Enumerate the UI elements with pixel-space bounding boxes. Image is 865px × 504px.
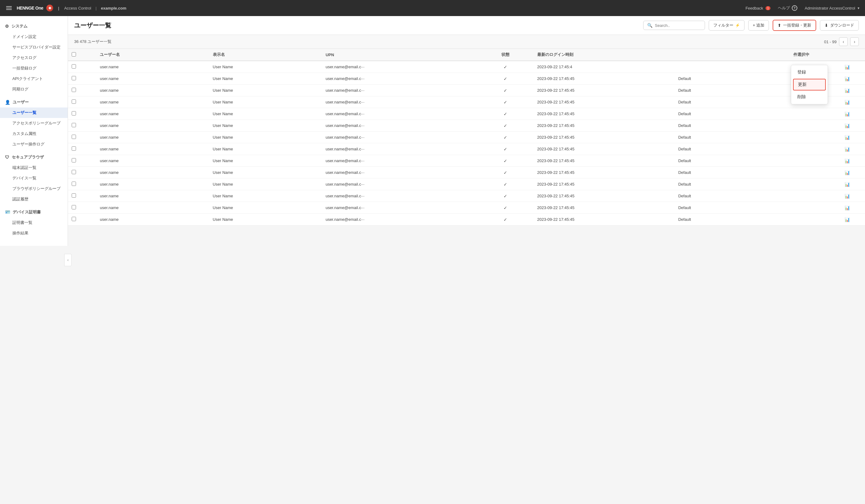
bar-chart-icon[interactable]: 📊: [845, 112, 850, 116]
row-check-12: [68, 202, 96, 214]
row-checkbox-2[interactable]: [72, 88, 76, 92]
row-checkbox-8[interactable]: [72, 158, 76, 162]
row-lastlogin-10: 2023-09-22 17:45:45: [533, 178, 675, 190]
th-displayname[interactable]: 表示名: [209, 49, 322, 61]
download-button[interactable]: ⬇ ダウンロード: [820, 20, 859, 31]
row-checkbox-10[interactable]: [72, 181, 76, 186]
pagination-next-button[interactable]: ›: [850, 37, 859, 46]
row-selected-7: [773, 143, 830, 155]
feedback-button[interactable]: Feedback 1: [746, 6, 771, 11]
row-checkbox-6[interactable]: [72, 134, 76, 139]
sidebar-item-browser-policy-group[interactable]: ブラウザポリシーグループ: [0, 184, 68, 194]
sidebar-collapse-button[interactable]: ‹: [64, 254, 72, 266]
th-username[interactable]: ユーザー名: [96, 49, 209, 61]
th-status[interactable]: 状態: [477, 49, 533, 61]
row-bar-icon-4[interactable]: 📊: [830, 108, 865, 120]
bar-chart-icon[interactable]: 📊: [845, 147, 850, 152]
sidebar-item-cert-list[interactable]: 証明書一覧: [0, 218, 68, 228]
row-checkbox-3[interactable]: [72, 99, 76, 104]
search-box[interactable]: 🔍: [643, 21, 705, 30]
bar-chart-icon[interactable]: 📊: [845, 135, 850, 140]
row-bar-icon-1[interactable]: 📊: [830, 73, 865, 85]
row-checkbox-5[interactable]: [72, 123, 76, 127]
row-bar-icon-12[interactable]: 📊: [830, 202, 865, 214]
filter-button[interactable]: フィルター ⚡: [709, 20, 745, 31]
bar-chart-icon[interactable]: 📊: [845, 217, 850, 222]
row-status-2: ✓: [477, 85, 533, 96]
row-bar-icon-3[interactable]: 📊: [830, 96, 865, 108]
select-all-checkbox[interactable]: [72, 52, 76, 57]
row-check-5: [68, 120, 96, 131]
row-selected-12: [773, 202, 830, 214]
bar-chart-icon[interactable]: 📊: [845, 65, 850, 70]
add-button[interactable]: + 追加: [748, 20, 769, 31]
sidebar-item-access-log[interactable]: アクセスログ: [0, 52, 68, 63]
sidebar-item-device-list[interactable]: デバイス一覧: [0, 173, 68, 184]
bar-chart-icon[interactable]: 📊: [845, 194, 850, 199]
dropdown-item-register[interactable]: 登録: [791, 67, 828, 78]
row-checkbox-1[interactable]: [72, 76, 76, 80]
row-checkbox-7[interactable]: [72, 146, 76, 151]
sidebar-item-service-provider[interactable]: サービスプロバイダー設定: [0, 42, 68, 52]
row-bar-icon-8[interactable]: 📊: [830, 155, 865, 167]
row-checkbox-9[interactable]: [72, 170, 76, 174]
row-bar-icon-9[interactable]: 📊: [830, 167, 865, 178]
sidebar-item-device-auth-list[interactable]: 端末認証一覧: [0, 162, 68, 173]
user-menu[interactable]: Administrator AccessControl ▼: [805, 6, 860, 11]
row-group-8: Default: [674, 155, 773, 167]
row-bar-icon-2[interactable]: 📊: [830, 85, 865, 96]
sidebar-item-access-policy-group[interactable]: アクセスポリシーグループ: [0, 118, 68, 128]
bar-chart-icon[interactable]: 📊: [845, 159, 850, 163]
row-bar-icon-13[interactable]: 📊: [830, 214, 865, 225]
sidebar-item-custom-attribute[interactable]: カスタム属性: [0, 128, 68, 139]
th-upn[interactable]: UPN: [322, 49, 477, 61]
sidebar-item-sync-log[interactable]: 同期ログ: [0, 84, 68, 94]
row-bar-icon-7[interactable]: 📊: [830, 143, 865, 155]
row-checkbox-12[interactable]: [72, 205, 76, 209]
bar-chart-icon[interactable]: 📊: [845, 100, 850, 105]
row-group-2: Default: [674, 85, 773, 96]
bar-chart-icon[interactable]: 📊: [845, 182, 850, 187]
row-checkbox-0[interactable]: [72, 64, 76, 69]
chevron-down-icon: ▼: [857, 7, 860, 10]
sidebar-item-domain-settings[interactable]: ドメイン設定: [0, 32, 68, 42]
sidebar-item-auth-history[interactable]: 認証履歴: [0, 194, 68, 204]
row-check-4: [68, 108, 96, 120]
sidebar-item-bulk-register-log[interactable]: 一括登録ログ: [0, 63, 68, 73]
bar-chart-icon[interactable]: 📊: [845, 76, 850, 81]
help-button[interactable]: ヘルプ ?: [778, 5, 797, 11]
th-lastlogin[interactable]: 最新のログイン時刻: [533, 49, 675, 61]
sidebar-item-operation-result[interactable]: 操作結果: [0, 228, 68, 238]
bulk-register-button[interactable]: ⬆ 一括登録・更新: [773, 20, 816, 31]
row-bar-icon-11[interactable]: 📊: [830, 190, 865, 202]
bar-chart-icon[interactable]: 📊: [845, 206, 850, 210]
bulk-register-label: 一括登録・更新: [783, 23, 811, 28]
pagination-prev-button[interactable]: ‹: [839, 37, 848, 46]
row-status-12: ✓: [477, 202, 533, 214]
sidebar-item-user-list[interactable]: ユーザー一覧: [0, 107, 68, 118]
dropdown-item-delete[interactable]: 削除: [791, 91, 828, 103]
sidebar-section-header-secure-browser: 🛡 セキュアブラウザ: [0, 152, 68, 162]
hamburger-menu[interactable]: [5, 5, 13, 11]
row-group-11: Default: [674, 190, 773, 202]
filter-icon: ⚡: [735, 23, 740, 27]
bar-chart-icon[interactable]: 📊: [845, 88, 850, 93]
row-username-6: user.name: [96, 131, 209, 143]
row-bar-icon-0[interactable]: 📊: [830, 61, 865, 73]
bar-chart-icon[interactable]: 📊: [845, 123, 850, 128]
sidebar-item-user-operation-log[interactable]: ユーザー操作ログ: [0, 139, 68, 150]
bar-chart-icon[interactable]: 📊: [845, 170, 850, 175]
filter-label: フィルター: [713, 23, 734, 28]
row-checkbox-4[interactable]: [72, 111, 76, 116]
sidebar-section-label-user: ユーザー: [13, 99, 29, 105]
row-checkbox-13[interactable]: [72, 217, 76, 221]
sidebar-section-header-user: 👤 ユーザー: [0, 97, 68, 107]
row-bar-icon-6[interactable]: 📊: [830, 131, 865, 143]
row-checkbox-11[interactable]: [72, 193, 76, 198]
row-bar-icon-10[interactable]: 📊: [830, 178, 865, 190]
dropdown-item-update[interactable]: 更新: [793, 79, 826, 91]
row-bar-icon-5[interactable]: 📊: [830, 120, 865, 131]
search-input[interactable]: [655, 23, 701, 28]
sidebar-item-api-client[interactable]: APIクライアント: [0, 73, 68, 84]
table-row: user.name User Name user.name@email.c···…: [68, 190, 865, 202]
